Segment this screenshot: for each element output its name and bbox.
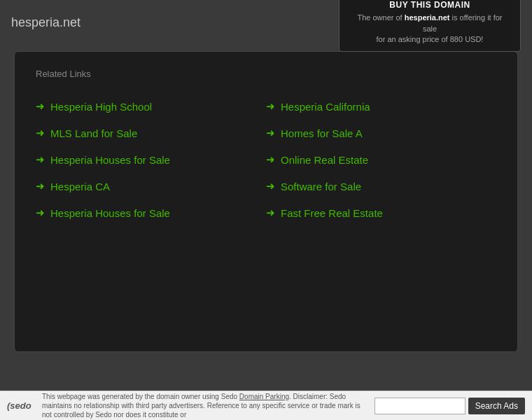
link-label: MLS Land for Sale bbox=[50, 127, 137, 139]
arrow-icon: ➜ bbox=[36, 206, 45, 219]
arrow-icon: ➜ bbox=[266, 127, 275, 139]
related-links-title: Related Links bbox=[36, 69, 496, 79]
sedo-logo: (sedo bbox=[7, 400, 35, 411]
search-area: Search Ads bbox=[374, 398, 525, 414]
link-label: Hesperia CA bbox=[50, 181, 110, 192]
buy-domain-desc: The owner of hesperia.net is offering it… bbox=[349, 13, 510, 45]
main-area: Related Links ➜ Hesperia High School ➜ H… bbox=[0, 46, 532, 358]
link-online-real-estate[interactable]: ➜ Online Real Estate bbox=[266, 146, 496, 173]
footer-disclaimer: This webpage was generated by the domain… bbox=[42, 392, 368, 419]
link-label: Online Real Estate bbox=[281, 154, 368, 166]
links-grid: ➜ Hesperia High School ➜ Hesperia Califo… bbox=[36, 93, 496, 226]
arrow-icon: ➜ bbox=[266, 180, 275, 192]
search-button[interactable]: Search Ads bbox=[468, 398, 525, 414]
arrow-icon: ➜ bbox=[266, 206, 275, 219]
domain-parking-link[interactable]: Domain Parking bbox=[239, 393, 289, 400]
link-label: Software for Sale bbox=[281, 181, 361, 192]
link-homes-for-sale-a[interactable]: ➜ Homes for Sale A bbox=[266, 120, 496, 146]
arrow-icon: ➜ bbox=[36, 100, 45, 113]
arrow-icon: ➜ bbox=[36, 180, 45, 192]
link-label: Hesperia California bbox=[281, 101, 370, 113]
link-hesperia-california[interactable]: ➜ Hesperia California bbox=[266, 93, 496, 120]
arrow-icon: ➜ bbox=[266, 100, 275, 113]
domain-name: hesperia.net bbox=[405, 13, 450, 22]
buy-price-line: for an asking price of 880 USD! bbox=[377, 35, 484, 43]
link-label: Hesperia High School bbox=[50, 101, 152, 113]
site-title: hesperia.net bbox=[11, 15, 80, 30]
link-mls-land-for-sale[interactable]: ➜ MLS Land for Sale bbox=[36, 120, 266, 146]
arrow-icon: ➜ bbox=[36, 153, 45, 166]
content-box: Related Links ➜ Hesperia High School ➜ H… bbox=[14, 51, 518, 352]
buy-domain-title: BUY THIS DOMAIN bbox=[349, 0, 510, 10]
link-hesperia-high-school[interactable]: ➜ Hesperia High School bbox=[36, 93, 266, 120]
link-hesperia-ca[interactable]: ➜ Hesperia CA bbox=[36, 173, 266, 200]
search-input[interactable] bbox=[374, 398, 465, 414]
arrow-icon: ➜ bbox=[36, 127, 45, 139]
arrow-icon: ➜ bbox=[266, 153, 275, 166]
link-fast-free-real-estate[interactable]: ➜ Fast Free Real Estate bbox=[266, 200, 496, 226]
buy-domain-box: BUY THIS DOMAIN The owner of hesperia.ne… bbox=[339, 0, 521, 52]
link-hesperia-houses-for-sale-2[interactable]: ➜ Hesperia Houses for Sale bbox=[36, 200, 266, 226]
link-software-for-sale[interactable]: ➜ Software for Sale bbox=[266, 173, 496, 200]
link-label: Homes for Sale A bbox=[281, 127, 363, 139]
link-label: Hesperia Houses for Sale bbox=[50, 154, 170, 166]
link-label: Hesperia Houses for Sale bbox=[50, 207, 170, 219]
link-hesperia-houses-for-sale-1[interactable]: ➜ Hesperia Houses for Sale bbox=[36, 146, 266, 173]
footer: (sedo This webpage was generated by the … bbox=[0, 391, 532, 420]
header: hesperia.net BUY THIS DOMAIN The owner o… bbox=[0, 0, 532, 46]
link-label: Fast Free Real Estate bbox=[281, 207, 383, 219]
